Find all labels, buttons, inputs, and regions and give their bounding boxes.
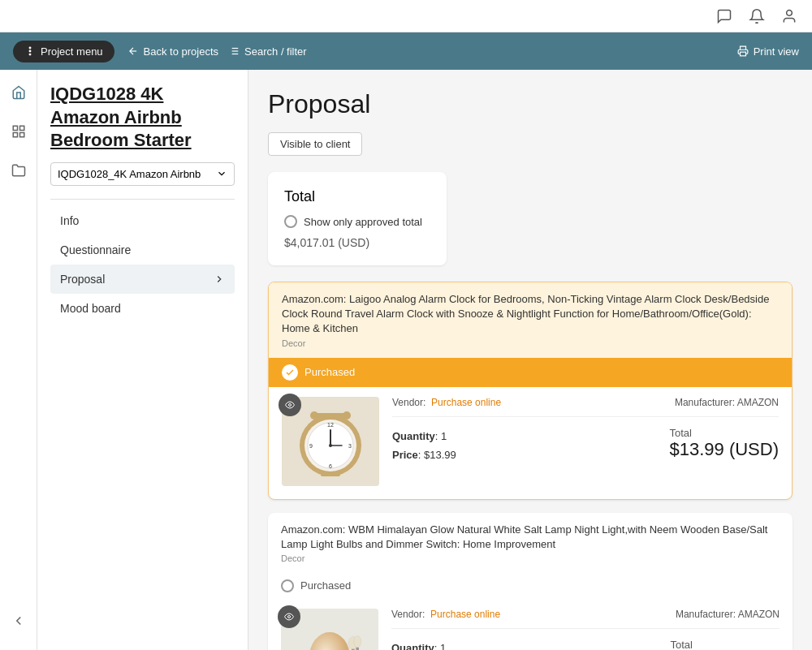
radio-circle: [284, 215, 297, 228]
sidebar-item-info[interactable]: Info: [50, 206, 235, 235]
project-title[interactable]: IQDG1028 4K Amazon Airbnb Bedroom Starte…: [50, 83, 235, 153]
qty-price-total-2: Quantity: 1 Price: $10.63 Total $10.63 (…: [391, 639, 780, 650]
search-filter-button[interactable]: Search / filter: [228, 45, 307, 58]
folder-icon[interactable]: [6, 157, 32, 183]
total-card: Total Show only approved total $4,017.01…: [268, 172, 447, 265]
svg-rect-30: [321, 472, 340, 476]
project-dropdown[interactable]: IQDG1028_4K Amazon Airbnb: [50, 162, 235, 186]
visible-to-client-badge[interactable]: Visible to client: [268, 132, 362, 156]
page-title: Proposal: [268, 89, 793, 119]
project-menu-button[interactable]: Project menu: [13, 41, 114, 62]
back-to-projects-button[interactable]: Back to projects: [127, 45, 219, 58]
bell-icon[interactable]: [747, 6, 767, 26]
left-panel: IQDG1028 4K Amazon Airbnb Bedroom Starte…: [37, 70, 248, 650]
main-layout: IQDG1028 4K Amazon Airbnb Bedroom Starte…: [0, 70, 812, 650]
svg-point-31: [288, 615, 291, 618]
purchased-bar-1[interactable]: Purchased: [269, 358, 792, 387]
product-details-2: Vendor: Purchase online Manufacturer: AM…: [391, 609, 780, 650]
sidebar-item-mood-board[interactable]: Mood board: [50, 294, 235, 323]
svg-rect-13: [19, 126, 24, 130]
svg-rect-27: [314, 413, 347, 418]
top-nav: [0, 0, 812, 32]
product-title-2: Amazon.com: WBM Himalayan Glow Natural W…: [281, 523, 780, 552]
toolbar: Project menu Back to projects Search / f…: [0, 32, 812, 70]
radio-circle-2: [281, 579, 294, 592]
print-view-button[interactable]: Print view: [737, 45, 799, 58]
product-image-col-1: 12 3 6 9: [282, 397, 379, 486]
purchased-row-2[interactable]: Purchased: [268, 573, 793, 599]
svg-rect-12: [13, 126, 17, 130]
svg-text:3: 3: [348, 443, 352, 449]
total-col-2: Total $10.63 (USD): [670, 639, 780, 650]
svg-point-2: [29, 50, 31, 52]
chat-icon[interactable]: [715, 6, 734, 26]
product-image-col-2: [281, 609, 378, 650]
product-category-2: Decor: [281, 553, 780, 570]
svg-rect-15: [19, 133, 24, 137]
svg-rect-14: [13, 133, 17, 137]
total-amount: $4,017.01 (USD): [284, 236, 430, 249]
svg-text:12: 12: [327, 422, 334, 428]
qty-price-2: Quantity: 1 Price: $10.63: [391, 639, 456, 650]
svg-rect-11: [740, 52, 745, 56]
total-col-1: Total $13.99 (USD): [669, 427, 779, 460]
vendor-line-1: Vendor: Purchase online Manufacturer: AM…: [392, 397, 779, 417]
svg-point-16: [289, 403, 292, 406]
total-card-title: Total: [284, 188, 430, 205]
svg-point-3: [29, 54, 31, 55]
purchased-check-icon: [282, 364, 298, 381]
back-icon[interactable]: [6, 608, 32, 634]
product-card-2: Amazon.com: WBM Himalayan Glow Natural W…: [268, 513, 793, 650]
qty-price-total-1: Quantity: 1 Price: $13.99 Total $13.99 (…: [392, 427, 779, 465]
home-icon[interactable]: [6, 80, 32, 105]
divider: [50, 199, 235, 200]
svg-point-28: [310, 411, 318, 420]
svg-point-29: [343, 411, 351, 420]
svg-point-1: [29, 47, 31, 49]
svg-point-39: [354, 635, 361, 647]
eye-icon-2[interactable]: [278, 605, 300, 628]
vendor-link-1[interactable]: Purchase online: [431, 397, 501, 408]
user-icon[interactable]: [780, 6, 799, 26]
sidebar-item-proposal[interactable]: Proposal: [50, 265, 235, 294]
product-category-1: Decor: [282, 338, 779, 355]
qty-price-1: Quantity: 1 Price: $13.99: [392, 427, 456, 465]
product-body-2: Vendor: Purchase online Manufacturer: AM…: [268, 599, 793, 650]
total-radio-option[interactable]: Show only approved total: [284, 215, 430, 228]
svg-text:9: 9: [309, 443, 313, 449]
product-header-1: Amazon.com: Laigoo Analog Alarm Clock fo…: [269, 282, 792, 358]
icon-sidebar: [0, 70, 37, 650]
svg-point-0: [787, 10, 793, 15]
svg-text:6: 6: [329, 463, 332, 469]
vendor-link-2[interactable]: Purchase online: [430, 609, 500, 620]
grid-icon[interactable]: [6, 118, 32, 144]
product-header-2: Amazon.com: WBM Himalayan Glow Natural W…: [268, 513, 793, 573]
content-area: Proposal Visible to client Total Show on…: [248, 70, 812, 650]
sidebar-item-questionnaire[interactable]: Questionnaire: [50, 235, 235, 265]
product-details-1: Vendor: Purchase online Manufacturer: AM…: [392, 397, 779, 486]
vendor-line-2: Vendor: Purchase online Manufacturer: AM…: [391, 609, 780, 629]
eye-icon-1[interactable]: [279, 394, 301, 416]
product-title-1: Amazon.com: Laigoo Analog Alarm Clock fo…: [282, 292, 779, 337]
product-body-1: 12 3 6 9: [269, 387, 792, 499]
svg-point-33: [309, 632, 350, 650]
svg-point-26: [329, 444, 332, 447]
product-card-1: Amazon.com: Laigoo Analog Alarm Clock fo…: [268, 282, 793, 500]
